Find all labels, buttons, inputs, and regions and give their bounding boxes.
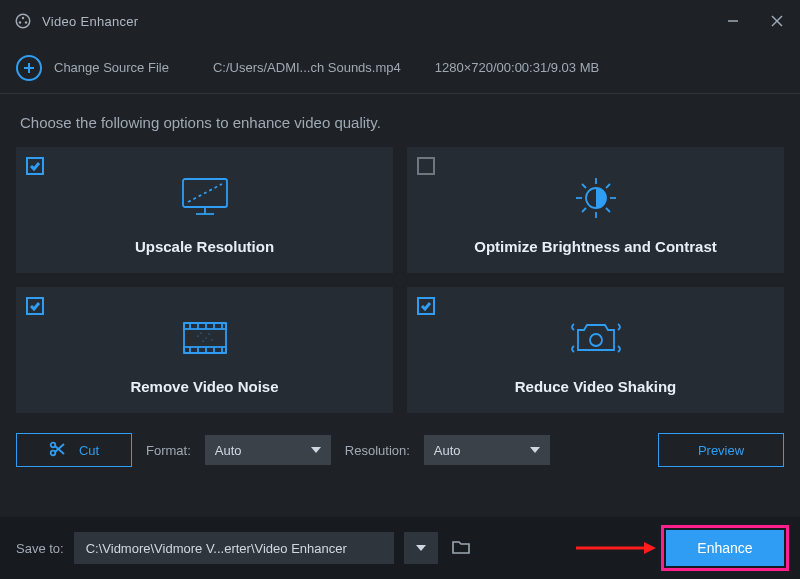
- change-source-button[interactable]: Change Source File: [54, 60, 169, 75]
- resolution-dropdown[interactable]: Auto: [424, 435, 550, 465]
- save-to-label: Save to:: [16, 541, 64, 556]
- save-path-value: C:\Vidmore\Vidmore V...erter\Video Enhan…: [86, 541, 347, 556]
- svg-marker-50: [644, 542, 656, 554]
- app-title: Video Enhancer: [42, 14, 138, 29]
- resolution-label: Resolution:: [345, 443, 410, 458]
- resolution-value: Auto: [434, 443, 461, 458]
- checkbox-icon[interactable]: [417, 157, 435, 175]
- svg-point-39: [211, 339, 212, 340]
- svg-line-21: [582, 208, 586, 212]
- svg-marker-47: [530, 447, 540, 453]
- svg-point-41: [590, 334, 602, 346]
- format-label: Format:: [146, 443, 191, 458]
- chevron-down-icon: [530, 443, 540, 458]
- svg-point-37: [208, 333, 209, 334]
- folder-icon: [451, 537, 471, 560]
- option-label: Reduce Video Shaking: [515, 378, 676, 395]
- window-controls: [722, 10, 788, 32]
- option-reduce-shaking[interactable]: Reduce Video Shaking: [407, 287, 784, 413]
- film-icon: [176, 308, 234, 368]
- option-remove-noise[interactable]: Remove Video Noise: [16, 287, 393, 413]
- option-brightness-contrast[interactable]: Optimize Brightness and Contrast: [407, 147, 784, 273]
- chevron-down-icon: [416, 541, 426, 556]
- source-path: C:/Users/ADMI...ch Sounds.mp4: [213, 60, 401, 75]
- enhance-button[interactable]: Enhance: [666, 530, 784, 566]
- open-folder-button[interactable]: [448, 535, 474, 561]
- option-upscale-resolution[interactable]: Upscale Resolution: [16, 147, 393, 273]
- arrow-annotation: [574, 540, 656, 556]
- option-label: Upscale Resolution: [135, 238, 274, 255]
- svg-line-10: [188, 184, 222, 202]
- save-path-field[interactable]: C:\Vidmore\Vidmore V...erter\Video Enhan…: [74, 532, 394, 564]
- svg-marker-46: [311, 447, 321, 453]
- camera-icon: [568, 308, 624, 368]
- instruction-text: Choose the following options to enhance …: [0, 94, 800, 147]
- svg-point-2: [19, 21, 21, 23]
- titlebar: Video Enhancer: [0, 0, 800, 42]
- svg-point-0: [16, 14, 30, 28]
- chevron-down-icon: [311, 443, 321, 458]
- cut-label: Cut: [79, 443, 99, 458]
- minimize-button[interactable]: [722, 10, 744, 32]
- svg-point-40: [200, 332, 201, 333]
- controls-row: Cut Format: Auto Resolution: Auto Previe…: [0, 413, 800, 467]
- preview-label: Preview: [698, 443, 744, 458]
- close-button[interactable]: [766, 10, 788, 32]
- svg-point-3: [25, 21, 27, 23]
- checkbox-icon[interactable]: [26, 297, 44, 315]
- option-label: Remove Video Noise: [130, 378, 278, 395]
- scissors-icon: [49, 441, 65, 460]
- enhance-label: Enhance: [697, 540, 752, 556]
- brightness-icon: [568, 168, 624, 228]
- svg-line-20: [606, 184, 610, 188]
- format-value: Auto: [215, 443, 242, 458]
- source-info: 1280×720/00:00:31/9.03 MB: [435, 60, 599, 75]
- preview-button[interactable]: Preview: [658, 433, 784, 467]
- cut-button[interactable]: Cut: [16, 433, 132, 467]
- app-icon: [14, 12, 32, 30]
- svg-line-19: [606, 208, 610, 212]
- add-source-icon[interactable]: [16, 55, 42, 81]
- svg-marker-48: [416, 545, 426, 551]
- checkbox-icon[interactable]: [26, 157, 44, 175]
- option-label: Optimize Brightness and Contrast: [474, 238, 717, 255]
- checkbox-icon[interactable]: [417, 297, 435, 315]
- svg-point-38: [205, 337, 206, 338]
- options-grid: Upscale Resolution Optimize Brightness a…: [0, 147, 800, 413]
- monitor-icon: [176, 168, 234, 228]
- footer: Save to: C:\Vidmore\Vidmore V...erter\Vi…: [0, 517, 800, 579]
- svg-point-36: [202, 340, 203, 341]
- svg-point-35: [197, 335, 198, 336]
- format-dropdown[interactable]: Auto: [205, 435, 331, 465]
- svg-line-18: [582, 184, 586, 188]
- source-row: Change Source File C:/Users/ADMI...ch So…: [0, 42, 800, 94]
- save-path-dropdown[interactable]: [404, 532, 438, 564]
- svg-point-1: [22, 17, 24, 19]
